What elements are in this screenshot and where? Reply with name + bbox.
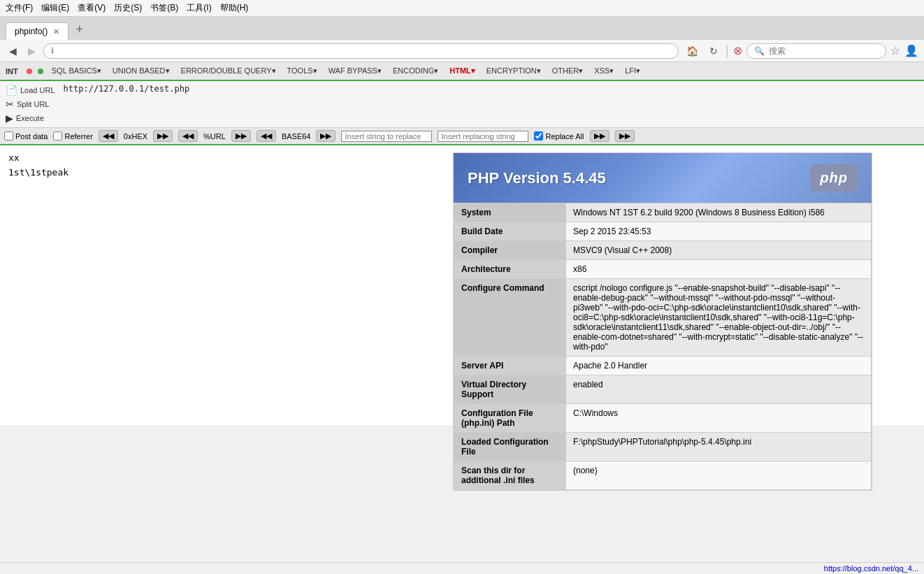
- hackbar-sql-basics[interactable]: SQL BASICS▾: [46, 64, 107, 78]
- browser-navbar: ◀ ▶ ℹ 127.0.0.1/test.php 🏠 ↻ | ⊗ 🔍 ☆ 👤: [0, 40, 924, 62]
- url-right-arrow[interactable]: ▶▶: [231, 130, 251, 142]
- address-input[interactable]: 127.0.0.1/test.php: [58, 46, 671, 56]
- search-bar: 🔍: [746, 43, 886, 59]
- load-url-action[interactable]: 📄 Load URL: [6, 84, 55, 96]
- refresh-button[interactable]: ↻: [706, 44, 721, 58]
- replace-all-checkbox[interactable]: [534, 131, 543, 141]
- menu-bookmarks[interactable]: 书签(B): [150, 2, 178, 14]
- hackbar-encryption[interactable]: ENCRYPTION▾: [481, 64, 547, 78]
- lock-icon: ℹ: [51, 46, 54, 55]
- hackbar-actions: 📄 Load URL ✂ Split URL ▶ Execute: [0, 81, 61, 127]
- home-button[interactable]: 🏠: [683, 44, 702, 58]
- split-url-label: Split URL: [17, 100, 49, 108]
- stop-icon: ⊗: [733, 44, 742, 57]
- load-url-icon: 📄: [6, 85, 17, 96]
- browser-menu: 文件(F) 编辑(E) 查看(V) 历史(S) 书签(B) 工具(I) 帮助(H…: [0, 0, 924, 17]
- php-logo: php: [810, 164, 858, 192]
- hackbar-url-textarea[interactable]: http://127.0.0.1/test.php: [61, 81, 924, 120]
- menu-help[interactable]: 帮助(H): [220, 2, 249, 14]
- replace-string-input[interactable]: [341, 131, 432, 142]
- hex-label: 0xHEX: [124, 132, 147, 141]
- hackbar-error-double[interactable]: ERROR/DOUBLE QUERY▾: [175, 64, 282, 78]
- post-data-label: Post data: [15, 132, 48, 141]
- replace-all-label: Replace All: [545, 132, 584, 141]
- menu-file[interactable]: 文件(F): [6, 2, 33, 14]
- status-bar: https://blog.csdn.net/qq_4...: [0, 562, 924, 574]
- hackbar-xss[interactable]: XSS▾: [589, 64, 619, 78]
- new-tab-button[interactable]: +: [70, 20, 89, 40]
- referrer-label: Referrer: [64, 132, 92, 141]
- back-button[interactable]: ◀: [6, 44, 20, 58]
- post-data-group: Post data: [4, 131, 48, 141]
- hackbar-encoding[interactable]: ENCODING▾: [387, 64, 444, 78]
- user-icon[interactable]: 👤: [904, 44, 918, 57]
- table-row: Architecturex86: [454, 260, 872, 279]
- table-row: Build DateSep 2 2015 23:45:53: [454, 222, 872, 241]
- hackbar-tools[interactable]: TOOLS▾: [282, 64, 323, 78]
- hackbar-html[interactable]: HTML▾: [444, 64, 481, 78]
- phpinfo-table: SystemWindows NT 1ST 6.2 build 9200 (Win…: [454, 203, 872, 490]
- phpinfo-header: PHP Version 5.4.45 php: [454, 153, 872, 203]
- url-left-arrow[interactable]: ◀◀: [178, 130, 198, 142]
- hackbar-url-row: 📄 Load URL ✂ Split URL ▶ Execute http://…: [0, 81, 924, 128]
- split-url-icon: ✂: [6, 99, 14, 110]
- phpinfo-version: PHP Version 5.4.45: [468, 169, 606, 187]
- table-row: SystemWindows NT 1ST 6.2 build 9200 (Win…: [454, 203, 872, 222]
- replace-right-arrow[interactable]: ▶▶: [590, 130, 609, 142]
- hex-right-arrow[interactable]: ▶▶: [153, 130, 173, 142]
- tab-title: phpinfo(): [15, 27, 48, 36]
- menu-history[interactable]: 历史(S): [114, 2, 142, 14]
- menu-edit[interactable]: 编辑(E): [41, 2, 69, 14]
- phpinfo-panel: PHP Version 5.4.45 php SystemWindows NT …: [453, 152, 872, 491]
- table-row: Virtual Directory Supportenabled: [454, 375, 872, 404]
- search-input[interactable]: [769, 46, 879, 56]
- hackbar-waf-bypass[interactable]: WAF BYPASS▾: [323, 64, 387, 78]
- table-row: Scan this dir for additional .ini files(…: [454, 461, 872, 490]
- url-encode-label: %URL: [203, 132, 226, 141]
- dot-red: [27, 69, 32, 74]
- status-url: https://blog.csdn.net/qq_4...: [824, 564, 918, 573]
- base64-left-arrow[interactable]: ◀◀: [257, 130, 276, 142]
- base64-label: BASE64: [282, 132, 311, 141]
- dot-green: [38, 69, 43, 74]
- search-icon: 🔍: [754, 46, 765, 56]
- table-row: Server APIApache 2.0 Handler: [454, 357, 872, 375]
- referrer-group: Referrer: [53, 131, 92, 141]
- hackbar-lfi[interactable]: LFI▾: [619, 64, 646, 78]
- address-bar: ℹ 127.0.0.1/test.php: [43, 43, 679, 59]
- tab-close-button[interactable]: ✕: [53, 27, 59, 36]
- replace-extra-arrow[interactable]: ▶▶: [615, 130, 635, 142]
- hackbar-other[interactable]: OTHER▾: [547, 64, 589, 78]
- table-row: Loaded Configuration FileF:\phpStudy\PHP…: [454, 433, 872, 461]
- hackbar-options-row: Post data Referrer ◀◀ 0xHEX ▶▶ ◀◀ %URL ▶…: [0, 128, 924, 145]
- table-row: Configure Commandcscript /nologo configu…: [454, 279, 872, 357]
- referrer-checkbox[interactable]: [53, 131, 62, 141]
- bookmark-icon[interactable]: ☆: [890, 44, 900, 57]
- hackbar-nav: INT SQL BASICS▾ UNION BASED▾ ERROR/DOUBL…: [0, 62, 924, 81]
- menu-view[interactable]: 查看(V): [78, 2, 106, 14]
- execute-icon: ▶: [6, 113, 13, 124]
- hex-left-arrow[interactable]: ◀◀: [99, 130, 118, 142]
- execute-label: Execute: [16, 114, 44, 122]
- load-url-label: Load URL: [20, 86, 55, 94]
- execute-action[interactable]: ▶ Execute: [6, 112, 55, 124]
- table-row: Configuration File (php.ini) PathC:\Wind…: [454, 404, 872, 433]
- base64-right-arrow[interactable]: ▶▶: [316, 130, 335, 142]
- forward-button[interactable]: ▶: [24, 44, 39, 58]
- hackbar-union-based[interactable]: UNION BASED▾: [107, 64, 175, 78]
- browser-tabs: phpinfo() ✕ +: [0, 17, 924, 40]
- replace-all-group: Replace All: [534, 131, 584, 141]
- menu-tools[interactable]: 工具(I): [187, 2, 211, 14]
- replacing-string-input[interactable]: [438, 131, 528, 142]
- hackbar-int[interactable]: INT: [0, 64, 24, 78]
- page-content: xx 1st\1stpeak PHP Version 5.4.45 php Sy…: [0, 145, 924, 425]
- split-url-action[interactable]: ✂ Split URL: [6, 98, 55, 110]
- post-data-checkbox[interactable]: [4, 131, 13, 141]
- table-row: CompilerMSVC9 (Visual C++ 2008): [454, 241, 872, 260]
- active-tab[interactable]: phpinfo() ✕: [6, 22, 68, 40]
